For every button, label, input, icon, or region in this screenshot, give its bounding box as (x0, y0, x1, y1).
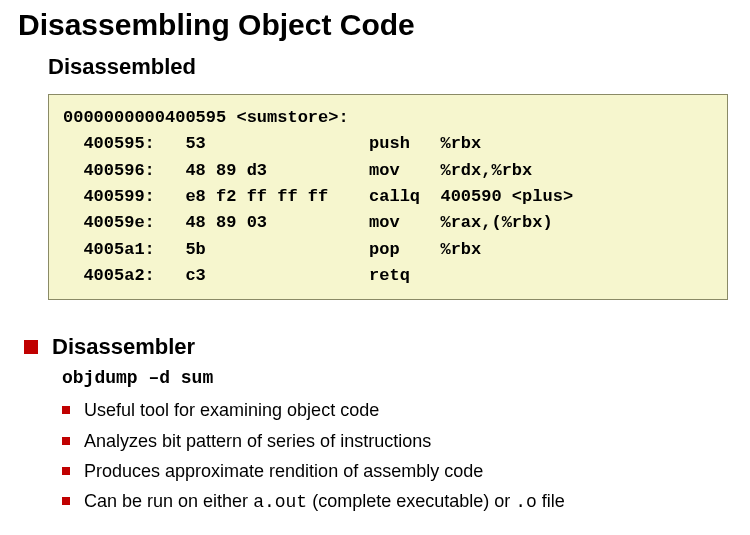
list-item-text: Can be run on either a.out (complete exe… (84, 489, 565, 514)
square-bullet-icon (62, 406, 70, 414)
inline-code: a.out (253, 492, 307, 512)
list-item-text: Analyzes bit pattern of series of instru… (84, 429, 431, 453)
disassembly-line: 400599: e8 f2 ff ff ff callq 400590 <plu… (63, 184, 713, 210)
list-item: Analyzes bit pattern of series of instru… (62, 429, 732, 453)
disassembly-header-line: 0000000000400595 <sumstore>: (63, 105, 713, 131)
list-item: Can be run on either a.out (complete exe… (62, 489, 732, 514)
disassembly-line: 400595: 53 push %rbx (63, 131, 713, 157)
disassembled-heading: Disassembled (48, 54, 732, 80)
list-item-text: Useful tool for examining object code (84, 398, 379, 422)
disassembly-line: 40059e: 48 89 03 mov %rax,(%rbx) (63, 210, 713, 236)
disassembly-line: 4005a2: c3 retq (63, 263, 713, 289)
disassembler-heading: Disassembler (52, 334, 195, 360)
disassembly-line: 4005a1: 5b pop %rbx (63, 237, 713, 263)
inline-code: .o (515, 492, 537, 512)
square-bullet-icon (62, 467, 70, 475)
list-item: Useful tool for examining object code (62, 398, 732, 422)
square-bullet-icon (62, 497, 70, 505)
disassembler-bullet-list: Useful tool for examining object codeAna… (62, 398, 732, 514)
disassembly-line: 400596: 48 89 d3 mov %rdx,%rbx (63, 158, 713, 184)
list-item: Produces approximate rendition of assemb… (62, 459, 732, 483)
square-bullet-icon (62, 437, 70, 445)
disassembly-code-block: 0000000000400595 <sumstore>: 400595: 53 … (48, 94, 728, 300)
page-title: Disassembling Object Code (18, 8, 732, 42)
list-item-text: Produces approximate rendition of assemb… (84, 459, 483, 483)
square-bullet-icon (24, 340, 38, 354)
objdump-command: objdump –d sum (62, 368, 732, 388)
disassembler-section-row: Disassembler (24, 334, 732, 360)
